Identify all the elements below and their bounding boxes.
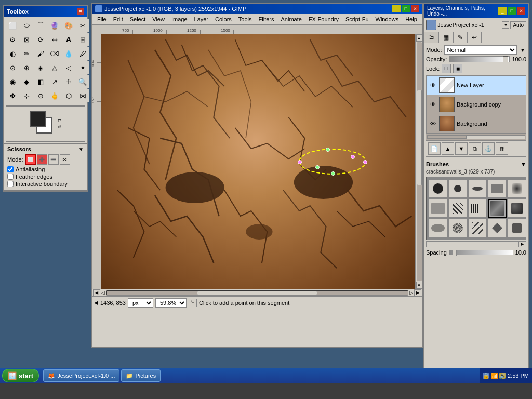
- reset-colors-icon[interactable]: ↺: [58, 125, 61, 129]
- menu-help[interactable]: Help: [402, 15, 420, 23]
- scroll-thumb-v[interactable]: [417, 90, 422, 185]
- layer-item-background[interactable]: 👁 Background: [427, 114, 526, 134]
- sharpen-tool[interactable]: ◁: [62, 61, 75, 74]
- text-tool[interactable]: A: [62, 33, 75, 46]
- taskbar-gimp-item[interactable]: 🦊 JesseProject.xcf-1.0 ...: [43, 369, 119, 382]
- tab-paths[interactable]: ✎: [454, 32, 468, 43]
- brush-item-8[interactable]: [468, 199, 487, 218]
- brush-item-3[interactable]: [468, 179, 487, 198]
- brushes-collapse-button[interactable]: ▼: [521, 161, 526, 167]
- new-layer-button[interactable]: 📄: [428, 142, 441, 155]
- move-layer-down-button[interactable]: ▼: [455, 142, 468, 155]
- color-pick-tool[interactable]: 🖕: [48, 89, 61, 102]
- brush-item-10[interactable]: [508, 199, 526, 218]
- taskbar-pictures-item[interactable]: 📁 Pictures: [121, 369, 161, 382]
- menu-edit[interactable]: Edit: [110, 15, 126, 23]
- extra2-tool[interactable]: ⋈: [76, 89, 89, 102]
- layer-eye-new-layer[interactable]: 👁: [429, 81, 437, 89]
- sponge-tool[interactable]: ◧: [34, 75, 47, 88]
- brush-item-6[interactable]: [429, 199, 447, 218]
- menu-animate[interactable]: Animate: [277, 15, 304, 23]
- spacing-thumb[interactable]: [453, 250, 457, 256]
- menu-filters[interactable]: Filters: [256, 15, 277, 23]
- rect-select-tool[interactable]: ⬜: [6, 19, 19, 32]
- flip-tool[interactable]: ⇔: [48, 33, 61, 46]
- scissors-collapse-button[interactable]: ▼: [78, 147, 84, 152]
- feather-edges-checkbox[interactable]: [7, 174, 14, 180]
- smudge-tool[interactable]: ✦: [76, 61, 89, 74]
- start-button[interactable]: 🪟 start: [2, 369, 39, 382]
- file-dropdown-button[interactable]: ▼: [502, 21, 509, 29]
- brush-item-1[interactable]: [429, 179, 447, 198]
- scroll-thumb-h[interactable]: [197, 291, 317, 295]
- brush-item-4[interactable]: [488, 179, 507, 198]
- brush-item-5[interactable]: [508, 179, 526, 198]
- move-tool[interactable]: ✤: [6, 89, 19, 102]
- extra1-tool[interactable]: ⬡: [62, 89, 75, 102]
- brushes-scroll-right[interactable]: ▶: [518, 242, 526, 247]
- menu-layer[interactable]: Layer: [191, 15, 212, 23]
- toolbox-close-button[interactable]: ✕: [77, 8, 84, 15]
- perspective-tool[interactable]: ◈: [34, 61, 47, 74]
- gimp-minimize-button[interactable]: _: [392, 5, 401, 12]
- brush-item-11[interactable]: [429, 219, 447, 237]
- layers-close-button[interactable]: ✕: [517, 7, 525, 15]
- paintbrush-tool[interactable]: 🖌: [34, 47, 47, 60]
- vertical-scrollbar[interactable]: ▲ ▼: [415, 34, 422, 289]
- brush-item-13[interactable]: [468, 219, 487, 237]
- scroll-right2-button[interactable]: ▷: [408, 290, 414, 296]
- main-canvas[interactable]: [101, 34, 422, 289]
- brush-item-2[interactable]: [448, 179, 467, 198]
- layer-item-background-copy[interactable]: 👁 Background copy: [427, 95, 526, 114]
- scroll-left2-button[interactable]: ◁: [100, 290, 106, 296]
- layers-mode-expand[interactable]: ▼: [519, 46, 526, 54]
- interactive-boundary-checkbox[interactable]: [7, 181, 14, 187]
- color-swatches[interactable]: [30, 111, 56, 137]
- tab-undo[interactable]: ↩: [468, 32, 482, 43]
- iscissors-tool[interactable]: ✂: [76, 19, 89, 32]
- path-tool[interactable]: ↗: [48, 75, 61, 88]
- scissors-mode-new[interactable]: ⬜: [25, 154, 36, 165]
- blend-tool[interactable]: ◐: [6, 47, 19, 60]
- status-zoom-selector[interactable]: 59.8% 50% 100%: [155, 298, 187, 308]
- gimp-maximize-button[interactable]: □: [402, 5, 410, 12]
- heal-tool[interactable]: ⊕: [20, 61, 33, 74]
- scissors-mode-subtract[interactable]: ➖: [48, 154, 59, 165]
- duplicate-layer-button[interactable]: ⧉: [469, 142, 481, 155]
- move-layer-up-button[interactable]: ▲: [442, 142, 454, 155]
- scissors-tool[interactable]: ⚙: [6, 33, 19, 46]
- ellipse-select-tool[interactable]: ⬭: [20, 19, 33, 32]
- layer-eye-background[interactable]: 👁: [429, 119, 437, 128]
- layer-item-new-layer[interactable]: 👁 New Layer: [427, 76, 526, 95]
- swap-colors-icon[interactable]: ⇄: [58, 118, 61, 123]
- burn-tool[interactable]: ◆: [20, 75, 33, 88]
- measure-tool[interactable]: ☩: [62, 75, 75, 88]
- layer-eye-background-copy[interactable]: 👁: [429, 100, 437, 109]
- airbrush-tool[interactable]: 💧: [62, 47, 75, 60]
- delete-layer-button[interactable]: 🗑: [496, 142, 508, 155]
- lock-alpha-button[interactable]: ◼: [453, 64, 462, 73]
- scroll-down-button[interactable]: ▼: [416, 282, 422, 289]
- status-zoom-icon[interactable]: 🖱: [189, 299, 197, 307]
- spacing-slider[interactable]: [449, 250, 513, 255]
- pencil-tool[interactable]: ✏: [20, 47, 33, 60]
- crop-tool[interactable]: ⊠: [20, 33, 33, 46]
- free-select-tool[interactable]: ⌒: [34, 19, 47, 32]
- ink-tool[interactable]: 🖊: [76, 47, 89, 60]
- magnify-tool[interactable]: 🔍: [76, 75, 89, 88]
- menu-scriptfu[interactable]: Script-Fu: [342, 15, 372, 23]
- blur-tool[interactable]: △: [48, 61, 61, 74]
- status-unit-selector[interactable]: px mm in: [128, 298, 153, 308]
- clone-tool[interactable]: ⊙: [6, 61, 19, 74]
- align-tool[interactable]: ⊹: [20, 89, 33, 102]
- dodge-tool[interactable]: ◉: [6, 75, 19, 88]
- foreground-color-swatch[interactable]: [30, 111, 46, 127]
- scroll-right-button[interactable]: ▶: [414, 289, 421, 297]
- eraser-tool[interactable]: ⌫: [48, 47, 61, 60]
- tab-layers[interactable]: 🗂: [424, 32, 439, 43]
- brush-item-15[interactable]: [508, 219, 526, 237]
- menu-select[interactable]: Select: [127, 15, 149, 23]
- fuzzy-select-tool[interactable]: 🔮: [48, 19, 61, 32]
- scroll-left-button[interactable]: ◀: [93, 289, 100, 297]
- brush-item-7[interactable]: [448, 199, 467, 218]
